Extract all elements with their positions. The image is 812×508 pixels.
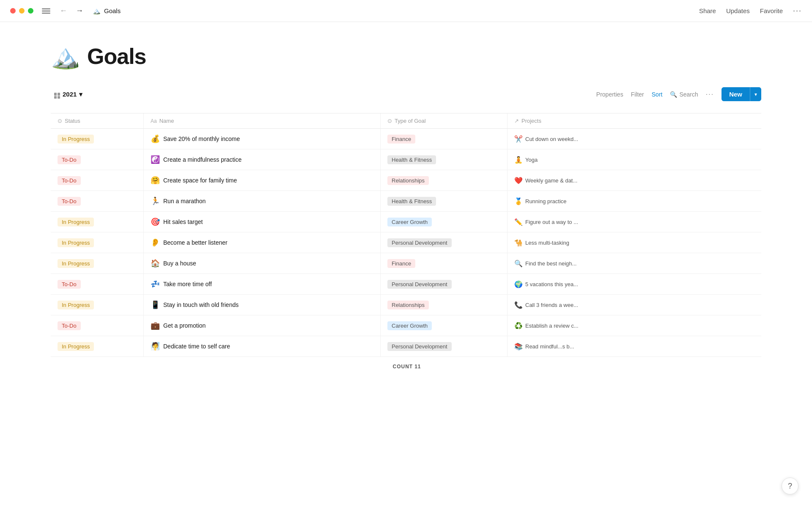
name-emoji: ☯️ bbox=[151, 155, 160, 164]
view-selector-button[interactable]: 2021 ▾ bbox=[51, 88, 86, 101]
sidebar-toggle-button[interactable] bbox=[42, 7, 50, 15]
name-header-icon: Aa bbox=[151, 118, 157, 124]
project-cell[interactable]: ♻️ Establish a review c... bbox=[508, 315, 761, 336]
projects-column-header: ↗ Projects bbox=[508, 113, 761, 128]
sort-button[interactable]: Sort bbox=[652, 91, 663, 98]
main-content: 🏔️ Goals 2021 ▾ Properties Filter Sort 🔍… bbox=[0, 22, 812, 397]
project-cell[interactable]: ✏️ Figure out a way to ... bbox=[508, 212, 761, 232]
minimize-traffic-light[interactable] bbox=[19, 8, 25, 14]
name-cell[interactable]: 💰 Save 20% of monthly income bbox=[144, 129, 381, 149]
project-cell[interactable]: 🌍 5 vacations this yea... bbox=[508, 274, 761, 294]
page-title-emoji: 🏔️ bbox=[51, 42, 80, 70]
table-row[interactable]: In Progress 🧖 Dedicate time to self care… bbox=[51, 336, 761, 357]
goal-type-cell: Personal Development bbox=[381, 232, 508, 253]
project-emoji: 🐪 bbox=[514, 239, 523, 247]
table-row[interactable]: In Progress 🏠 Buy a house Finance 🔍 Find… bbox=[51, 253, 761, 274]
name-cell[interactable]: 🎯 Hit sales target bbox=[144, 212, 381, 232]
goal-name: Dedicate time to self care bbox=[163, 343, 230, 350]
project-name: Cut down on weekd... bbox=[525, 136, 578, 142]
table-row[interactable]: To-Do 💤 Take more time off Personal Deve… bbox=[51, 274, 761, 295]
goal-type-cell: Career Growth bbox=[381, 315, 508, 336]
name-emoji: 🏠 bbox=[151, 259, 160, 268]
goal-name: Stay in touch with old friends bbox=[163, 301, 239, 308]
count-footer: COUNT 11 bbox=[51, 357, 761, 376]
name-emoji: 💼 bbox=[151, 321, 160, 330]
name-emoji: 💰 bbox=[151, 134, 160, 144]
titlebar-actions: Share Updates Favorite ··· bbox=[699, 6, 802, 15]
table-row[interactable]: In Progress 💰 Save 20% of monthly income… bbox=[51, 129, 761, 149]
status-badge: In Progress bbox=[58, 135, 94, 144]
project-emoji: ✏️ bbox=[514, 218, 523, 226]
goal-type-cell: Career Growth bbox=[381, 212, 508, 232]
name-cell[interactable]: 👂 Become a better listener bbox=[144, 232, 381, 253]
project-cell[interactable]: 🔍 Find the best neigh... bbox=[508, 253, 761, 273]
table-row[interactable]: In Progress 🎯 Hit sales target Career Gr… bbox=[51, 212, 761, 232]
table-row[interactable]: To-Do 🏃 Run a marathon Health & Fitness … bbox=[51, 191, 761, 212]
titlebar: ← → 🏔️ Goals Share Updates Favorite ··· bbox=[0, 0, 812, 22]
back-button[interactable]: ← bbox=[57, 6, 70, 16]
forward-button[interactable]: → bbox=[73, 6, 86, 16]
goal-name: Buy a house bbox=[163, 260, 196, 267]
name-emoji: 🎯 bbox=[151, 217, 160, 226]
filter-button[interactable]: Filter bbox=[631, 91, 644, 98]
goal-name: Run a marathon bbox=[163, 198, 206, 204]
project-cell[interactable]: ❤️ Weekly game & dat... bbox=[508, 170, 761, 190]
status-header-icon: ⊙ bbox=[58, 118, 62, 124]
name-cell[interactable]: ☯️ Create a mindfulness practice bbox=[144, 149, 381, 170]
properties-button[interactable]: Properties bbox=[596, 91, 623, 98]
view-dropdown-icon: ▾ bbox=[79, 91, 82, 98]
search-button[interactable]: 🔍 Search bbox=[670, 91, 698, 98]
project-cell[interactable]: 📚 Read mindful...s b... bbox=[508, 336, 761, 356]
toolbar-right: Properties Filter Sort 🔍 Search ··· New … bbox=[596, 87, 761, 101]
project-emoji: ♻️ bbox=[514, 322, 523, 330]
status-badge: To-Do bbox=[58, 197, 81, 206]
goal-type-badge: Personal Development bbox=[387, 342, 452, 351]
search-icon: 🔍 bbox=[670, 91, 677, 98]
close-traffic-light[interactable] bbox=[10, 8, 16, 14]
project-cell[interactable]: ✂️ Cut down on weekd... bbox=[508, 129, 761, 149]
project-cell[interactable]: 🧘 Yoga bbox=[508, 149, 761, 170]
status-cell: In Progress bbox=[51, 232, 144, 253]
name-emoji: 💤 bbox=[151, 279, 160, 289]
share-button[interactable]: Share bbox=[699, 7, 716, 14]
status-cell: In Progress bbox=[51, 129, 144, 149]
goals-table: ⊙ Status Aa Name ⊙ Type of Goal ↗ Projec… bbox=[51, 113, 761, 376]
table-row[interactable]: To-Do 🤗 Create space for family time Rel… bbox=[51, 170, 761, 191]
new-button[interactable]: New bbox=[721, 87, 750, 101]
name-cell[interactable]: 💤 Take more time off bbox=[144, 274, 381, 294]
table-row[interactable]: In Progress 👂 Become a better listener P… bbox=[51, 232, 761, 253]
page-breadcrumb-title: Goals bbox=[104, 7, 121, 14]
table-row[interactable]: To-Do 💼 Get a promotion Career Growth ♻️… bbox=[51, 315, 761, 336]
new-dropdown-button[interactable]: ▾ bbox=[750, 87, 761, 101]
goal-name: Save 20% of monthly income bbox=[163, 135, 240, 142]
goal-type-badge: Career Growth bbox=[387, 321, 432, 330]
name-cell[interactable]: 📱 Stay in touch with old friends bbox=[144, 295, 381, 315]
updates-button[interactable]: Updates bbox=[726, 7, 750, 14]
name-cell[interactable]: 🏃 Run a marathon bbox=[144, 191, 381, 211]
project-emoji: 🌍 bbox=[514, 280, 523, 288]
project-cell[interactable]: 📞 Call 3 friends a wee... bbox=[508, 295, 761, 315]
status-badge: In Progress bbox=[58, 301, 94, 309]
favorite-button[interactable]: Favorite bbox=[760, 7, 783, 14]
goal-type-badge: Relationships bbox=[387, 176, 429, 185]
project-cell[interactable]: 🥇 Running practice bbox=[508, 191, 761, 211]
goal-name: Hit sales target bbox=[163, 218, 203, 225]
table-row[interactable]: In Progress 📱 Stay in touch with old fri… bbox=[51, 295, 761, 315]
more-options-button[interactable]: ··· bbox=[793, 6, 802, 15]
project-cell[interactable]: 🐪 Less multi-tasking bbox=[508, 232, 761, 253]
project-name: 5 vacations this yea... bbox=[525, 281, 578, 287]
name-cell[interactable]: 🧖 Dedicate time to self care bbox=[144, 336, 381, 356]
page-title-row: 🏔️ Goals bbox=[51, 42, 761, 70]
goal-type-badge: Personal Development bbox=[387, 280, 452, 289]
goal-name: Take more time off bbox=[163, 281, 212, 287]
fullscreen-traffic-light[interactable] bbox=[28, 8, 33, 14]
name-cell[interactable]: 💼 Get a promotion bbox=[144, 315, 381, 336]
help-button[interactable]: ? bbox=[782, 478, 798, 494]
name-cell[interactable]: 🤗 Create space for family time bbox=[144, 170, 381, 190]
name-emoji: 🏃 bbox=[151, 196, 160, 206]
toolbar-more-button[interactable]: ··· bbox=[706, 91, 714, 98]
project-emoji: 🥇 bbox=[514, 197, 523, 205]
goal-type-badge: Finance bbox=[387, 259, 415, 268]
table-row[interactable]: To-Do ☯️ Create a mindfulness practice H… bbox=[51, 149, 761, 170]
name-cell[interactable]: 🏠 Buy a house bbox=[144, 253, 381, 273]
